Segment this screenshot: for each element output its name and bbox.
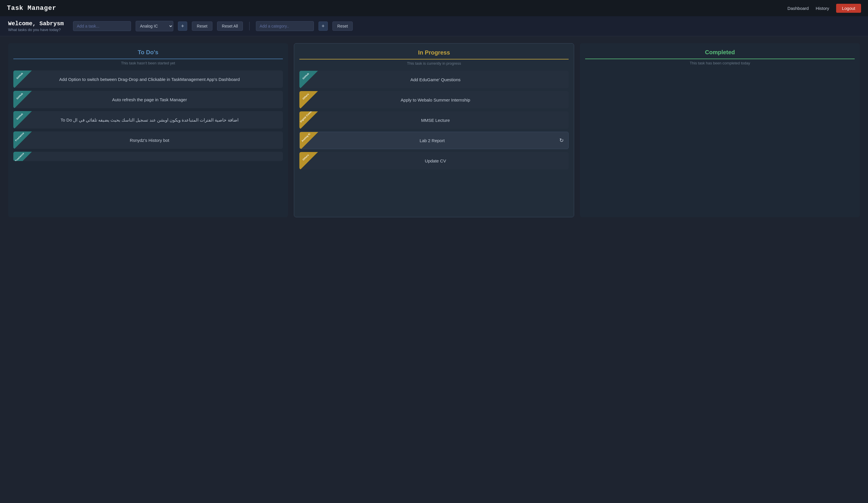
completed-column-subtitle: This task has been completed today: [585, 61, 855, 65]
reset-all-button[interactable]: Reset All: [217, 21, 243, 31]
history-link[interactable]: History: [816, 6, 829, 11]
reset-category-button[interactable]: Reset: [332, 21, 353, 31]
logout-button[interactable]: Logout: [836, 4, 861, 13]
welcome-block: Welcome, Sabrysm What tasks do you have …: [8, 20, 64, 32]
task-text: MMSE Lecture: [304, 117, 564, 123]
subheader: Welcome, Sabrysm What tasks do you have …: [0, 16, 868, 36]
task-card[interactable]: OthersUpdate CV: [299, 152, 569, 169]
task-card[interactable]: GitHubAuto refresh the page in Task Mana…: [13, 91, 283, 108]
app-title: Task Manager: [7, 4, 56, 12]
task-text: Lab 2 Report: [304, 138, 557, 143]
task-card[interactable]: Digital Comm.MMSE Lecture: [299, 111, 569, 129]
app-header: Task Manager Dashboard History Logout: [0, 0, 868, 16]
task-text: Apply to Webalo Summer Internship: [304, 97, 564, 103]
task-text: Auto refresh the page in Task Manager: [18, 97, 278, 103]
category-input[interactable]: [256, 21, 314, 31]
add-task-button[interactable]: +: [178, 21, 187, 31]
todo-column-title: To Do's: [13, 49, 283, 59]
task-card[interactable]: GitHubAdd Option to switch between Drag-…: [13, 70, 283, 88]
add-category-button[interactable]: +: [319, 21, 328, 31]
task-text: Update CV: [304, 158, 564, 164]
welcome-subtitle: What tasks do you have today?: [8, 28, 64, 32]
refresh-icon[interactable]: ↻: [559, 137, 564, 143]
task-card[interactable]: Analog ICLab 2 Report↻: [299, 132, 569, 149]
todo-column-body: GitHubAdd Option to switch between Drag-…: [13, 70, 283, 164]
completed-column: Completed This task has been completed t…: [580, 43, 860, 217]
inprogress-column-body: GitHubAdd EduGame' QuestionsOthersApply …: [299, 71, 569, 172]
dashboard-link[interactable]: Dashboard: [787, 6, 809, 11]
header-nav: Dashboard History Logout: [787, 4, 861, 13]
inprogress-column-subtitle: This task is currently in progress: [299, 61, 569, 66]
task-text: اضافة خاصية الفترات المتباعدة ويكون اوبش…: [18, 117, 278, 123]
completed-column-title: Completed: [585, 49, 855, 59]
task-text: Rsnydz's History bot: [18, 137, 278, 143]
task-input[interactable]: [73, 21, 131, 31]
inprogress-column: In Progress This task is currently in pr…: [294, 43, 575, 217]
main-content: To Do's This task hasn't been started ye…: [0, 36, 868, 224]
task-text: Add Option to switch between Drag-Drop a…: [18, 76, 278, 82]
task-card[interactable]: OthersApply to Webalo Summer Internship: [299, 91, 569, 109]
task-card[interactable]: GitHubAdd EduGame' Questions: [299, 71, 569, 88]
todo-column: To Do's This task hasn't been started ye…: [8, 43, 288, 217]
reset-button[interactable]: Reset: [192, 21, 213, 31]
task-card[interactable]: FreelanceRsnydz's History bot: [13, 131, 283, 149]
task-card[interactable]: GitHubاضافة خاصية الفترات المتباعدة ويكو…: [13, 111, 283, 129]
todo-column-subtitle: This task hasn't been started yet: [13, 61, 283, 65]
welcome-title: Welcome, Sabrysm: [8, 20, 64, 27]
task-text: Add EduGame' Questions: [304, 77, 564, 83]
category-select[interactable]: Analog ICDigital Comm.OthersGitHubFreela…: [136, 21, 173, 31]
task-card[interactable]: Freelance: [13, 152, 283, 161]
inprogress-column-title: In Progress: [299, 49, 569, 59]
